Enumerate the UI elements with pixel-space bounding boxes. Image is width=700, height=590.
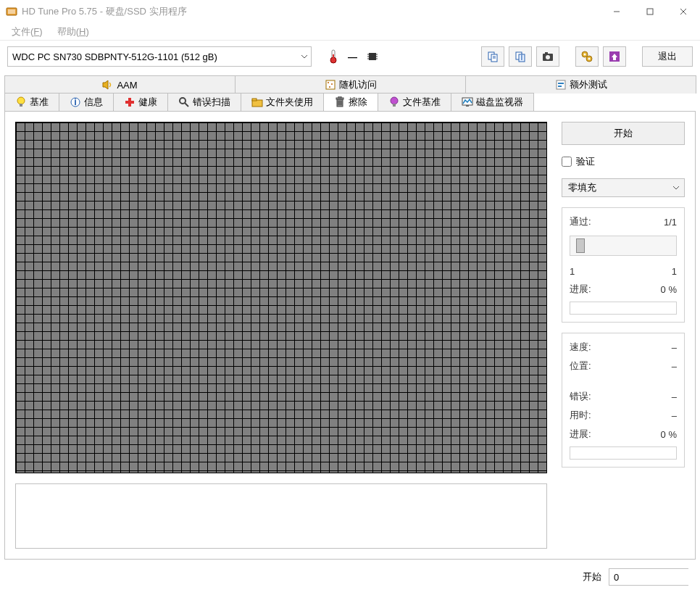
file-bench-icon bbox=[388, 96, 400, 108]
chevron-down-icon bbox=[672, 186, 680, 190]
range-to: 1 bbox=[672, 266, 677, 277]
svg-rect-56 bbox=[393, 104, 396, 107]
tab-file-benchmark[interactable]: 文件基准 bbox=[378, 93, 451, 111]
minimize-button[interactable] bbox=[600, 0, 633, 23]
chevron-down-icon bbox=[301, 54, 308, 59]
error-value: – bbox=[672, 391, 677, 402]
svg-point-29 bbox=[588, 58, 591, 60]
thermometer-icon bbox=[328, 49, 339, 65]
progress-bar-2 bbox=[570, 446, 677, 460]
tab-random-access[interactable]: 随机访问 bbox=[235, 75, 466, 94]
svg-point-35 bbox=[331, 83, 333, 85]
svg-rect-9 bbox=[369, 53, 376, 60]
svg-rect-39 bbox=[558, 86, 562, 87]
tab-label: 错误扫描 bbox=[193, 96, 230, 109]
exit-button[interactable]: 退出 bbox=[642, 46, 693, 67]
maximize-button[interactable] bbox=[633, 0, 667, 23]
tab-disk-monitor[interactable]: 磁盘监视器 bbox=[451, 93, 534, 111]
speaker-icon bbox=[102, 79, 114, 91]
extra-test-icon bbox=[555, 79, 567, 91]
verify-checkbox[interactable] bbox=[562, 157, 572, 167]
position-label: 位置: bbox=[570, 360, 591, 373]
svg-text:i: i bbox=[521, 51, 523, 62]
drive-select[interactable]: WDC PC SN730 SDBPNTY-512G-1101 (512 gB) bbox=[7, 46, 312, 67]
health-icon bbox=[124, 96, 136, 108]
fill-mode-select[interactable]: 零填充 bbox=[562, 178, 685, 197]
tab-extra-tests[interactable]: 额外测试 bbox=[465, 75, 696, 94]
chip-icon bbox=[366, 50, 379, 63]
svg-point-28 bbox=[584, 54, 586, 56]
footer: 开始 ▲ ▼ bbox=[0, 564, 700, 590]
drive-select-value: WDC PC SN730 SDBPNTY-512G-1101 (512 gB) bbox=[12, 51, 217, 62]
range-from: 1 bbox=[570, 266, 575, 277]
progress-label: 进展: bbox=[570, 283, 591, 296]
slider-thumb[interactable] bbox=[576, 238, 585, 253]
random-icon bbox=[325, 79, 336, 91]
menu-file[interactable]: 文件(F) bbox=[4, 24, 50, 40]
block-map bbox=[15, 122, 547, 473]
svg-point-34 bbox=[328, 82, 329, 83]
tab-erase[interactable]: 擦除 bbox=[323, 93, 378, 111]
svg-point-55 bbox=[391, 97, 398, 104]
start-offset-input[interactable] bbox=[609, 569, 700, 585]
svg-line-46 bbox=[185, 103, 188, 107]
screenshot-button[interactable] bbox=[536, 46, 559, 67]
speed-label: 速度: bbox=[570, 341, 591, 354]
tab-label: 擦除 bbox=[349, 96, 367, 109]
info-icon: i bbox=[70, 96, 81, 108]
tab-label: 磁盘监视器 bbox=[476, 96, 523, 109]
progress2-label: 进展: bbox=[570, 428, 591, 441]
temperature-value: — bbox=[343, 51, 362, 62]
pass-group: 通过: 1/1 1 1 进展: 0 % bbox=[562, 207, 685, 323]
copy-info-button[interactable]: i bbox=[509, 46, 532, 67]
app-icon bbox=[6, 6, 17, 17]
copy-text-button[interactable] bbox=[481, 46, 504, 67]
magnifier-icon bbox=[178, 96, 190, 108]
tab-folder-usage[interactable]: 文件夹使用 bbox=[241, 93, 324, 111]
fill-mode-value: 零填充 bbox=[568, 181, 596, 194]
progress-value: 0 % bbox=[661, 284, 677, 295]
log-output bbox=[15, 483, 547, 549]
tab-aam[interactable]: AAM bbox=[4, 75, 236, 94]
tab-label: 健康 bbox=[138, 96, 157, 109]
verify-label: 验证 bbox=[576, 155, 595, 168]
svg-rect-41 bbox=[20, 104, 22, 107]
exit-button-label: 退出 bbox=[658, 50, 677, 63]
svg-point-40 bbox=[17, 97, 25, 104]
svg-text:i: i bbox=[74, 97, 77, 107]
erase-panel: 开始 验证 零填充 通过: 1/1 1 1 进展: 0 % bbox=[4, 111, 696, 560]
start-offset-spinner[interactable]: ▲ ▼ bbox=[609, 568, 688, 586]
error-label: 错误: bbox=[570, 390, 591, 403]
svg-rect-33 bbox=[326, 80, 335, 89]
start-button[interactable]: 开始 bbox=[562, 122, 685, 145]
tab-info[interactable]: i 信息 bbox=[59, 93, 114, 111]
svg-rect-48 bbox=[252, 99, 257, 101]
start-button-label: 开始 bbox=[614, 127, 633, 140]
tab-label: AAM bbox=[117, 80, 137, 91]
menu-help[interactable]: 帮助(H) bbox=[50, 24, 96, 40]
svg-rect-1 bbox=[8, 9, 15, 14]
svg-marker-44 bbox=[125, 98, 134, 107]
close-button[interactable] bbox=[667, 0, 700, 23]
pass-label: 通过: bbox=[570, 215, 591, 228]
verify-checkbox-row[interactable]: 验证 bbox=[562, 155, 685, 168]
lightbulb-icon bbox=[15, 96, 27, 108]
tab-error-scan[interactable]: 错误扫描 bbox=[167, 93, 241, 111]
position-value: – bbox=[672, 361, 677, 372]
save-button[interactable] bbox=[603, 46, 626, 67]
svg-rect-58 bbox=[466, 105, 469, 107]
svg-rect-3 bbox=[647, 9, 653, 14]
settings-button[interactable] bbox=[575, 46, 599, 67]
window-title: HD Tune Pro 5.75 - 硬盘/SSD 实用程序 bbox=[22, 5, 600, 18]
svg-rect-51 bbox=[338, 96, 341, 98]
tabs: AAM 随机访问 额外测试 基准 i 信息 健康 错误扫描 文件夹使 bbox=[4, 75, 696, 111]
tab-health[interactable]: 健康 bbox=[113, 93, 168, 111]
tab-label: 信息 bbox=[84, 96, 103, 109]
svg-point-45 bbox=[180, 98, 186, 104]
title-bar: HD Tune Pro 5.75 - 硬盘/SSD 实用程序 bbox=[0, 0, 700, 23]
tab-label: 文件基准 bbox=[403, 96, 441, 109]
tab-benchmark[interactable]: 基准 bbox=[4, 93, 59, 111]
svg-rect-37 bbox=[557, 80, 565, 89]
pass-slider[interactable] bbox=[570, 236, 677, 256]
progress-bar-1 bbox=[570, 302, 677, 315]
